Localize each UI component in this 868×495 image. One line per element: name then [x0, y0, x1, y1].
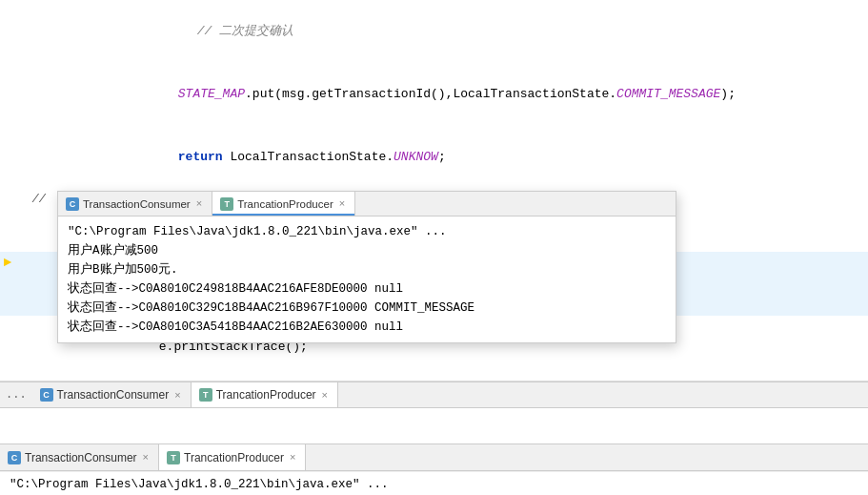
popup-tab-producer[interactable]: T TrancationProducer × — [212, 192, 355, 216]
console-line-3: 状态回查-->C0A8010C249818B4AAC216AFE8DE0000 … — [68, 279, 666, 299]
bottom-tab-producer[interactable]: T TrancationProducer × — [159, 444, 306, 470]
code-token: ); — [720, 87, 736, 101]
consumer-tab-icon: C — [40, 388, 53, 402]
code-token: UNKNOW — [394, 150, 438, 164]
console-line-5: 状态回查-->C0A8010C3A5418B4AAC216B2AE630000 … — [68, 318, 666, 337]
console-line-0: "C:\Program Files\Java\jdk1.8.0_221\bin\… — [68, 222, 666, 241]
console-line-2: 用户B账户加500元. — [68, 260, 666, 279]
line-number-4: // — [15, 189, 53, 210]
tab-label-producer: TrancationProducer — [216, 388, 316, 402]
console-popup: C TransactionConsumer × T TrancationProd… — [57, 191, 676, 343]
popup-tab-close-producer[interactable]: × — [337, 197, 347, 210]
tab-close-producer[interactable]: × — [320, 389, 330, 402]
code-token: ; — [438, 150, 446, 164]
bottom-tab-label-producer: TrancationProducer — [184, 451, 284, 464]
tab-close-consumer[interactable]: × — [172, 389, 182, 402]
bottom-tab-bar: C TransactionConsumer × T TrancationProd… — [0, 444, 868, 471]
line-content-1: // 二次提交确认 — [53, 0, 868, 63]
bottom-tab-close-producer[interactable]: × — [288, 451, 297, 464]
popup-tab-close-consumer[interactable]: × — [194, 197, 204, 210]
code-token: STATE_MAP — [178, 87, 245, 101]
line-content-2: STATE_MAP.put(msg.getTransactionId(),Loc… — [53, 63, 868, 126]
code-token: return — [178, 150, 223, 164]
top-tab-bar: ... C TransactionConsumer × T Trancation… — [0, 382, 868, 408]
active-tab-indicator — [212, 214, 354, 216]
popup-consumer-icon: C — [66, 197, 79, 211]
code-line-3: return LocalTransactionState.UNKNOW; — [0, 126, 868, 189]
bottom-consumer-icon: C — [8, 451, 21, 464]
tab-transaction-consumer[interactable]: C TransactionConsumer × — [32, 382, 192, 407]
code-line-2: STATE_MAP.put(msg.getTransactionId(),Loc… — [0, 63, 868, 126]
popup-tab-label-consumer: TransactionConsumer — [83, 198, 191, 210]
popup-producer-icon: T — [220, 197, 233, 211]
bottom-tab-close-consumer[interactable]: × — [141, 451, 151, 464]
bottom-panel: C TransactionConsumer × T TrancationProd… — [0, 443, 868, 495]
code-token: COMMIT_MESSAGE — [616, 87, 720, 101]
bottom-preview-text: "C:\Program Files\Java\jdk1.8.0_221\bin\… — [10, 478, 389, 491]
popup-tab-label-producer: TrancationProducer — [237, 198, 333, 210]
bottom-tab-label-consumer: TransactionConsumer — [25, 451, 137, 464]
line-content-3: return LocalTransactionState.UNKNOW; — [53, 126, 868, 189]
line-gutter-icon-5: ► — [0, 252, 15, 273]
debug-arrow-icon: ► — [4, 252, 11, 273]
bottom-console-preview: "C:\Program Files\Java\jdk1.8.0_221\bin\… — [0, 471, 868, 495]
bottom-tab-consumer[interactable]: C TransactionConsumer × — [0, 444, 159, 470]
code-token: // 二次提交确认 — [197, 24, 293, 38]
tab-overflow-menu[interactable]: ... — [0, 382, 32, 407]
console-line-1: 用户A账户减500 — [68, 241, 666, 260]
bottom-producer-icon: T — [167, 451, 180, 464]
tab-label-consumer: TransactionConsumer — [57, 388, 170, 402]
code-token: LocalTransactionState. — [223, 150, 394, 164]
console-line-4: 状态回查-->C0A8010C329C18B4AAC216B967F10000 … — [68, 299, 666, 318]
console-popup-tab-bar: C TransactionConsumer × T TrancationProd… — [58, 192, 676, 217]
code-token: .put(msg.getTransactionId(),LocalTransac… — [245, 87, 616, 101]
console-output: "C:\Program Files\Java\jdk1.8.0_221\bin\… — [58, 217, 676, 342]
producer-tab-icon: T — [199, 388, 212, 402]
code-line-1: // 二次提交确认 — [0, 0, 868, 63]
tab-trancation-producer[interactable]: T TrancationProducer × — [192, 382, 338, 407]
popup-tab-consumer[interactable]: C TransactionConsumer × — [58, 192, 212, 216]
